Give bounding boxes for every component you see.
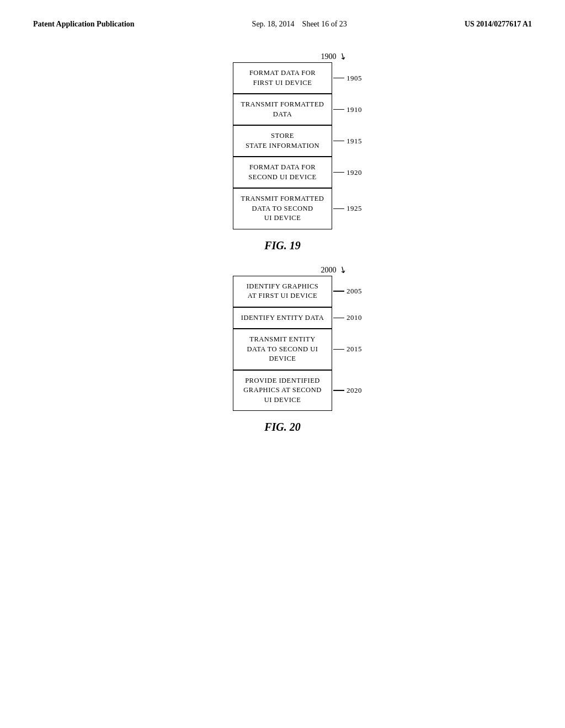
- fig20-step-2020: PROVIDE IDENTIFIEDGRAPHICS AT SECONDUI D…: [233, 370, 332, 411]
- fig19-step-1925: TRANSMIT FORMATTEDDATA TO SECONDUI DEVIC…: [233, 188, 332, 229]
- fig19-box-1920: FORMAT DATA FORSECOND UI DEVICE 1920: [233, 157, 332, 188]
- fig20-step-2010: IDENTIFY ENTITY DATA 2010: [233, 307, 332, 329]
- fig20-ref-2020: 2020: [333, 386, 362, 395]
- fig19-ref-1920: 1920: [333, 167, 362, 177]
- fig19-ref-1905: 1905: [333, 73, 362, 83]
- fig20-start-arrow-icon: ↘: [337, 263, 349, 276]
- fig20-box-2015: TRANSMIT ENTITYDATA TO SECOND UIDEVICE 2…: [233, 329, 332, 370]
- fig19-diagram: 1900 ↘ FORMAT DATA FORFIRST UI DEVICE 19…: [219, 51, 347, 264]
- fig19-start-label: 1900: [321, 52, 337, 61]
- fig20-step-2005: IDENTIFY GRAPHICSAT FIRST UI DEVICE 2005: [233, 276, 332, 307]
- fig19-ref-1910: 1910: [333, 104, 362, 114]
- fig19-box-1905: FORMAT DATA FORFIRST UI DEVICE 1905: [233, 62, 332, 94]
- page-header: Patent Application Publication Sep. 18, …: [0, 0, 565, 29]
- fig20-start-label: 2000: [321, 266, 337, 275]
- publication-date: Sep. 18, 2014: [252, 20, 295, 28]
- sheet-info: Sheet 16 of 23: [302, 20, 347, 28]
- fig20-box-2010: IDENTIFY ENTITY DATA 2010: [233, 307, 332, 329]
- fig19-start-arrow-icon: ↘: [337, 50, 349, 62]
- fig20-diagram: 2000 ↘ IDENTIFY GRAPHICSAT FIRST UI DEVI…: [219, 264, 347, 446]
- header-date-sheet: Sep. 18, 2014 Sheet 16 of 23: [252, 20, 347, 29]
- fig19-label: FIG. 19: [264, 239, 301, 252]
- fig20-box-2020: PROVIDE IDENTIFIEDGRAPHICS AT SECONDUI D…: [233, 370, 332, 411]
- fig19-step-1920: FORMAT DATA FORSECOND UI DEVICE 1920: [233, 157, 332, 188]
- fig20-ref-2015: 2015: [333, 344, 362, 354]
- fig20-ref-2005: 2005: [333, 286, 362, 296]
- publication-label: Patent Application Publication: [33, 20, 135, 29]
- fig20-label: FIG. 20: [264, 421, 301, 433]
- fig19-step-1915: STORESTATE INFORMATION 1915: [233, 125, 332, 157]
- main-content: 1900 ↘ FORMAT DATA FORFIRST UI DEVICE 19…: [0, 29, 565, 446]
- fig19-box-1925: TRANSMIT FORMATTEDDATA TO SECONDUI DEVIC…: [233, 188, 332, 229]
- fig19-step-1910: TRANSMIT FORMATTEDDATA 1910: [233, 94, 332, 125]
- patent-number: US 2014/0277617 A1: [465, 20, 532, 29]
- fig19-ref-1915: 1915: [333, 136, 362, 146]
- fig19-box-1910: TRANSMIT FORMATTEDDATA 1910: [233, 94, 332, 125]
- fig19-box-1915: STORESTATE INFORMATION 1915: [233, 125, 332, 157]
- fig19-step-1905: FORMAT DATA FORFIRST UI DEVICE 1905: [233, 62, 332, 94]
- fig20-ref-2010: 2010: [333, 313, 362, 323]
- fig20-box-2005: IDENTIFY GRAPHICSAT FIRST UI DEVICE 2005: [233, 276, 332, 307]
- fig20-step-2015: TRANSMIT ENTITYDATA TO SECOND UIDEVICE 2…: [233, 329, 332, 370]
- fig19-ref-1925: 1925: [333, 204, 362, 213]
